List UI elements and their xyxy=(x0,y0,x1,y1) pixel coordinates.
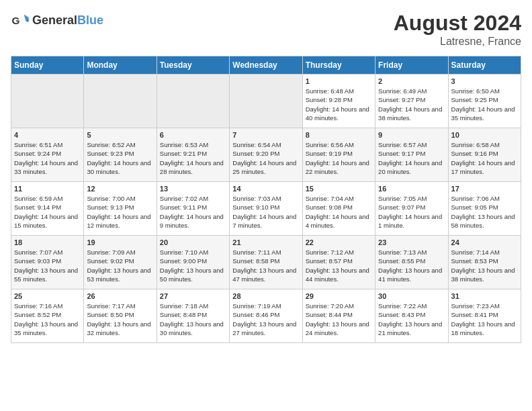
day-number: 14 xyxy=(232,185,299,193)
day-info: Sunrise: 6:50 AM Sunset: 9:25 PM Dayligh… xyxy=(451,87,518,122)
calendar-cell xyxy=(11,75,84,128)
calendar-week-row: 18Sunrise: 7:07 AM Sunset: 9:03 PM Dayli… xyxy=(11,236,521,289)
calendar-cell: 16Sunrise: 7:05 AM Sunset: 9:07 PM Dayli… xyxy=(375,182,448,236)
day-number: 26 xyxy=(87,292,153,300)
day-number: 4 xyxy=(14,131,81,139)
day-number: 31 xyxy=(451,292,518,300)
calendar-cell: 15Sunrise: 7:04 AM Sunset: 9:08 PM Dayli… xyxy=(302,182,375,236)
calendar-cell: 19Sunrise: 7:09 AM Sunset: 9:02 PM Dayli… xyxy=(84,236,157,289)
day-number: 1 xyxy=(306,77,372,85)
calendar-cell: 1Sunrise: 6:48 AM Sunset: 9:28 PM Daylig… xyxy=(302,75,375,128)
logo-general: General xyxy=(32,13,77,27)
logo: G GeneralBlue xyxy=(11,11,103,30)
day-info: Sunrise: 7:18 AM Sunset: 8:48 PM Dayligh… xyxy=(160,302,226,337)
calendar-week-row: 4Sunrise: 6:51 AM Sunset: 9:24 PM Daylig… xyxy=(11,128,521,182)
calendar-cell: 26Sunrise: 7:17 AM Sunset: 8:50 PM Dayli… xyxy=(84,289,157,343)
page-header: G GeneralBlue August 2024 Latresne, Fran… xyxy=(11,11,521,48)
day-info: Sunrise: 7:13 AM Sunset: 8:55 PM Dayligh… xyxy=(378,248,445,283)
day-info: Sunrise: 6:58 AM Sunset: 9:16 PM Dayligh… xyxy=(451,140,518,176)
day-number: 15 xyxy=(306,185,372,193)
calendar-cell: 14Sunrise: 7:03 AM Sunset: 9:10 PM Dayli… xyxy=(230,182,302,236)
month-year-title: August 2024 xyxy=(394,11,521,36)
day-header-monday: Monday xyxy=(84,56,157,75)
day-number: 11 xyxy=(14,185,81,193)
day-info: Sunrise: 6:54 AM Sunset: 9:20 PM Dayligh… xyxy=(232,140,299,176)
day-number: 16 xyxy=(378,185,445,193)
day-info: Sunrise: 7:03 AM Sunset: 9:10 PM Dayligh… xyxy=(232,194,299,230)
calendar-cell: 30Sunrise: 7:22 AM Sunset: 8:43 PM Dayli… xyxy=(375,289,448,343)
day-info: Sunrise: 7:19 AM Sunset: 8:46 PM Dayligh… xyxy=(232,302,299,337)
day-info: Sunrise: 6:49 AM Sunset: 9:27 PM Dayligh… xyxy=(378,87,445,122)
day-number: 8 xyxy=(306,131,372,139)
calendar-cell xyxy=(84,75,157,128)
day-info: Sunrise: 6:59 AM Sunset: 9:14 PM Dayligh… xyxy=(14,194,81,230)
calendar-cell: 29Sunrise: 7:20 AM Sunset: 8:44 PM Dayli… xyxy=(302,289,375,343)
day-info: Sunrise: 7:16 AM Sunset: 8:52 PM Dayligh… xyxy=(14,302,81,337)
day-info: Sunrise: 6:48 AM Sunset: 9:28 PM Dayligh… xyxy=(306,87,372,122)
day-info: Sunrise: 7:23 AM Sunset: 8:41 PM Dayligh… xyxy=(451,302,518,337)
calendar-cell: 20Sunrise: 7:10 AM Sunset: 9:00 PM Dayli… xyxy=(157,236,229,289)
day-number: 9 xyxy=(378,131,445,139)
calendar-cell: 12Sunrise: 7:00 AM Sunset: 9:13 PM Dayli… xyxy=(84,182,157,236)
day-info: Sunrise: 6:57 AM Sunset: 9:17 PM Dayligh… xyxy=(378,140,445,176)
day-number: 6 xyxy=(160,131,226,139)
day-info: Sunrise: 7:06 AM Sunset: 9:05 PM Dayligh… xyxy=(451,194,518,230)
day-number: 28 xyxy=(232,292,299,300)
day-number: 7 xyxy=(232,131,299,139)
calendar-cell: 21Sunrise: 7:11 AM Sunset: 8:58 PM Dayli… xyxy=(230,236,302,289)
calendar-cell: 23Sunrise: 7:13 AM Sunset: 8:55 PM Dayli… xyxy=(375,236,448,289)
calendar-cell: 2Sunrise: 6:49 AM Sunset: 9:27 PM Daylig… xyxy=(375,75,448,128)
calendar-cell: 24Sunrise: 7:14 AM Sunset: 8:53 PM Dayli… xyxy=(448,236,521,289)
calendar-table: SundayMondayTuesdayWednesdayThursdayFrid… xyxy=(11,56,521,343)
day-number: 5 xyxy=(87,131,153,139)
day-number: 2 xyxy=(378,77,445,85)
day-info: Sunrise: 7:10 AM Sunset: 9:00 PM Dayligh… xyxy=(160,248,226,283)
calendar-cell: 11Sunrise: 6:59 AM Sunset: 9:14 PM Dayli… xyxy=(11,182,84,236)
day-number: 18 xyxy=(14,238,81,246)
calendar-cell: 3Sunrise: 6:50 AM Sunset: 9:25 PM Daylig… xyxy=(448,75,521,128)
calendar-cell: 18Sunrise: 7:07 AM Sunset: 9:03 PM Dayli… xyxy=(11,236,84,289)
calendar-cell: 6Sunrise: 6:53 AM Sunset: 9:21 PM Daylig… xyxy=(157,128,229,182)
day-number: 13 xyxy=(160,185,226,193)
day-number: 23 xyxy=(378,238,445,246)
day-number: 27 xyxy=(160,292,226,300)
day-number: 12 xyxy=(87,185,153,193)
calendar-cell: 13Sunrise: 7:02 AM Sunset: 9:11 PM Dayli… xyxy=(157,182,229,236)
day-info: Sunrise: 6:56 AM Sunset: 9:19 PM Dayligh… xyxy=(306,140,372,176)
calendar-cell: 17Sunrise: 7:06 AM Sunset: 9:05 PM Dayli… xyxy=(448,182,521,236)
day-number: 20 xyxy=(160,238,226,246)
calendar-cell: 25Sunrise: 7:16 AM Sunset: 8:52 PM Dayli… xyxy=(11,289,84,343)
day-info: Sunrise: 7:20 AM Sunset: 8:44 PM Dayligh… xyxy=(306,302,372,337)
calendar-cell: 9Sunrise: 6:57 AM Sunset: 9:17 PM Daylig… xyxy=(375,128,448,182)
day-header-sunday: Sunday xyxy=(11,56,84,75)
day-number: 30 xyxy=(378,292,445,300)
calendar-header-row: SundayMondayTuesdayWednesdayThursdayFrid… xyxy=(11,56,521,75)
logo-icon: G xyxy=(11,11,30,30)
day-info: Sunrise: 6:53 AM Sunset: 9:21 PM Dayligh… xyxy=(160,140,226,176)
calendar-cell xyxy=(230,75,302,128)
day-header-friday: Friday xyxy=(375,56,448,75)
day-header-thursday: Thursday xyxy=(302,56,375,75)
calendar-cell: 5Sunrise: 6:52 AM Sunset: 9:23 PM Daylig… xyxy=(84,128,157,182)
day-number: 19 xyxy=(87,238,153,246)
day-info: Sunrise: 7:09 AM Sunset: 9:02 PM Dayligh… xyxy=(87,248,153,283)
calendar-cell: 22Sunrise: 7:12 AM Sunset: 8:57 PM Dayli… xyxy=(302,236,375,289)
calendar-cell: 27Sunrise: 7:18 AM Sunset: 8:48 PM Dayli… xyxy=(157,289,229,343)
day-info: Sunrise: 7:05 AM Sunset: 9:07 PM Dayligh… xyxy=(378,194,445,230)
day-number: 10 xyxy=(451,131,518,139)
day-number: 29 xyxy=(306,292,372,300)
day-info: Sunrise: 7:22 AM Sunset: 8:43 PM Dayligh… xyxy=(378,302,445,337)
day-number: 25 xyxy=(14,292,81,300)
calendar-cell xyxy=(157,75,229,128)
day-number: 17 xyxy=(451,185,518,193)
day-header-wednesday: Wednesday xyxy=(230,56,302,75)
day-info: Sunrise: 7:00 AM Sunset: 9:13 PM Dayligh… xyxy=(87,194,153,230)
calendar-cell: 7Sunrise: 6:54 AM Sunset: 9:20 PM Daylig… xyxy=(230,128,302,182)
day-number: 22 xyxy=(306,238,372,246)
day-info: Sunrise: 7:04 AM Sunset: 9:08 PM Dayligh… xyxy=(306,194,372,230)
day-number: 24 xyxy=(451,238,518,246)
logo-blue: Blue xyxy=(77,13,103,27)
calendar-week-row: 11Sunrise: 6:59 AM Sunset: 9:14 PM Dayli… xyxy=(11,182,521,236)
calendar-cell: 31Sunrise: 7:23 AM Sunset: 8:41 PM Dayli… xyxy=(448,289,521,343)
day-header-saturday: Saturday xyxy=(448,56,521,75)
